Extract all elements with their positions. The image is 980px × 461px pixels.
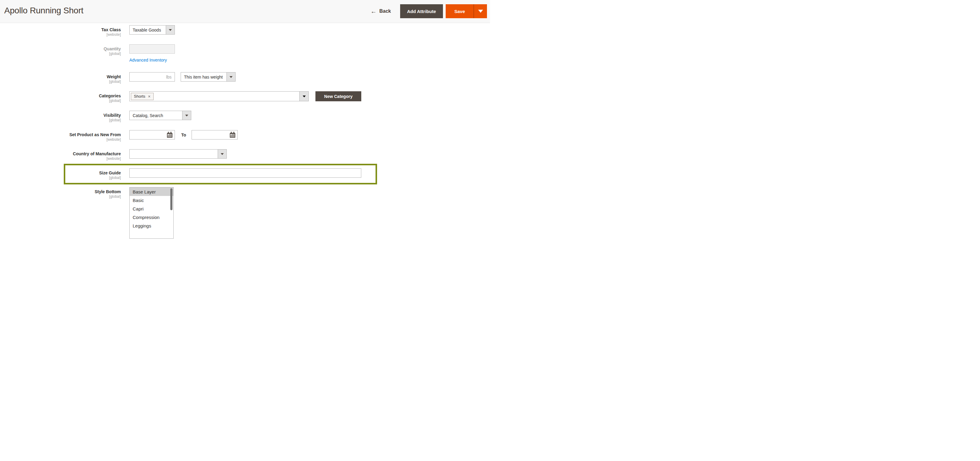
- weight-scope: [global]: [0, 79, 121, 84]
- new-to-date-input[interactable]: [192, 130, 229, 139]
- categories-select-arrow[interactable]: [299, 92, 309, 101]
- quantity-label: Quantity [global]: [0, 46, 121, 56]
- visibility-scope: [global]: [0, 118, 121, 122]
- header-actions: ← Back Add Attribute Save: [371, 4, 487, 18]
- tax-class-value: Taxable Goods: [130, 25, 166, 34]
- page-header: Apollo Running Short ← Back Add Attribut…: [0, 0, 490, 23]
- style-bottom-option[interactable]: Capri: [130, 204, 173, 213]
- country-scope: [website]: [0, 157, 121, 161]
- weight-input[interactable]: [130, 73, 166, 81]
- new-to-date-wrap: [192, 130, 238, 139]
- page-title: Apollo Running Short: [4, 6, 83, 16]
- weight-input-wrap: lbs: [129, 72, 175, 82]
- back-button-label: Back: [379, 8, 391, 14]
- visibility-label: Visibility [global]: [0, 113, 121, 122]
- style-bottom-option[interactable]: Basic: [130, 196, 173, 204]
- advanced-inventory-link[interactable]: Advanced Inventory: [129, 58, 167, 62]
- new-from-date-wrap: [129, 130, 175, 139]
- new-from-label: Set Product as New From [website]: [0, 132, 121, 142]
- chevron-down-icon: [221, 153, 224, 155]
- country-value: [130, 149, 218, 158]
- visibility-value: Catalog, Search: [130, 111, 182, 120]
- chevron-down-icon: [478, 10, 483, 13]
- new-category-button[interactable]: New Category: [315, 91, 361, 101]
- weight-type-select[interactable]: This item has weight: [181, 72, 235, 82]
- categories-label: Categories [global]: [0, 93, 121, 103]
- chevron-down-icon: [303, 95, 306, 97]
- category-chip-remove-icon[interactable]: ×: [148, 94, 151, 98]
- add-attribute-button[interactable]: Add Attribute: [400, 4, 443, 18]
- style-bottom-option[interactable]: Base Layer: [130, 187, 173, 196]
- style-bottom-option[interactable]: Compression: [130, 213, 173, 222]
- chevron-down-icon: [229, 76, 232, 78]
- chevron-down-icon: [169, 29, 172, 31]
- tax-class-label: Tax Class [website]: [0, 27, 121, 37]
- new-from-date-input[interactable]: [130, 130, 166, 139]
- save-dropdown-button[interactable]: [474, 4, 487, 18]
- style-bottom-listbox[interactable]: Base Layer Basic Capri Compression Leggi…: [129, 187, 173, 230]
- country-select-arrow[interactable]: [218, 149, 226, 158]
- listbox-scrollbar-thumb[interactable]: [170, 189, 172, 210]
- weight-type-select-arrow[interactable]: [226, 73, 235, 81]
- country-select[interactable]: [129, 149, 227, 158]
- country-label: Country of Manufacture [website]: [0, 151, 121, 161]
- quantity-scope: [global]: [0, 52, 121, 56]
- weight-label: Weight [global]: [0, 74, 121, 84]
- quantity-input: [129, 44, 175, 54]
- visibility-select-arrow[interactable]: [182, 111, 191, 120]
- to-label: To: [181, 133, 186, 138]
- categories-multiselect[interactable]: Shorts ×: [129, 91, 309, 101]
- size-guide-label: Size Guide [global]: [0, 170, 121, 180]
- back-arrow-icon: ←: [371, 8, 377, 14]
- chevron-down-icon: [185, 115, 188, 116]
- calendar-icon[interactable]: [229, 131, 236, 138]
- categories-scope: [global]: [0, 98, 121, 103]
- tax-class-select-arrow[interactable]: [166, 25, 175, 34]
- weight-unit: lbs: [166, 74, 175, 79]
- save-button[interactable]: Save: [445, 4, 474, 18]
- tax-class-select[interactable]: Taxable Goods: [129, 25, 175, 35]
- size-guide-scope: [global]: [0, 176, 121, 180]
- style-bottom-option[interactable]: Leggings: [130, 222, 173, 230]
- size-guide-input[interactable]: [129, 168, 361, 178]
- weight-type-value: This item has weight: [181, 73, 226, 81]
- category-chip: Shorts ×: [131, 93, 154, 100]
- category-chip-label: Shorts: [134, 94, 145, 98]
- categories-chip-area[interactable]: Shorts ×: [130, 92, 299, 101]
- tax-class-scope: [website]: [0, 32, 121, 37]
- back-button[interactable]: ← Back: [371, 8, 391, 14]
- new-from-scope: [website]: [0, 138, 121, 142]
- save-split-button: Save: [445, 4, 487, 18]
- style-bottom-scope: [global]: [0, 195, 121, 199]
- visibility-select[interactable]: Catalog, Search: [129, 111, 191, 120]
- calendar-icon[interactable]: [166, 131, 173, 138]
- style-bottom-label: Style Bottom [global]: [0, 189, 121, 199]
